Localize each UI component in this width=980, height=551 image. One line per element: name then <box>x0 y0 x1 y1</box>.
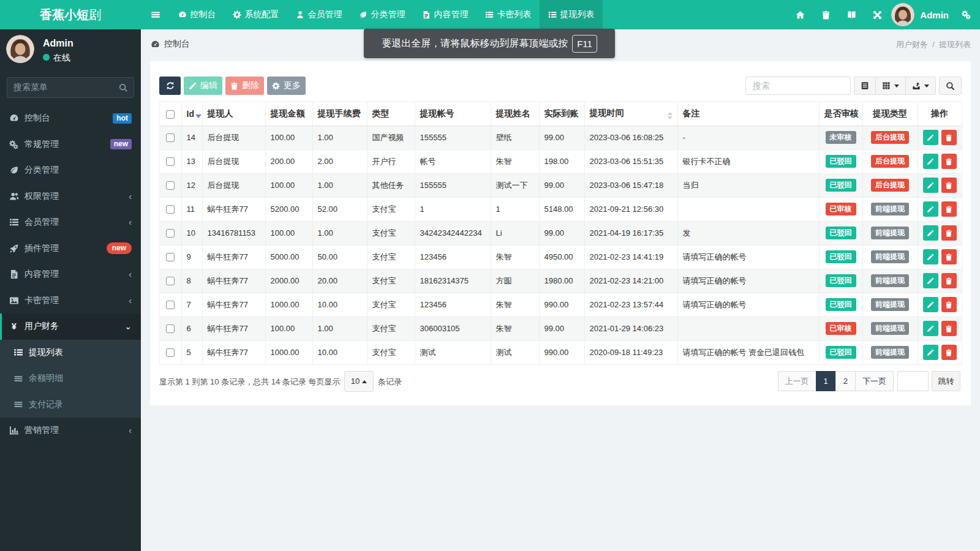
svg-text:¥: ¥ <box>12 321 17 331</box>
